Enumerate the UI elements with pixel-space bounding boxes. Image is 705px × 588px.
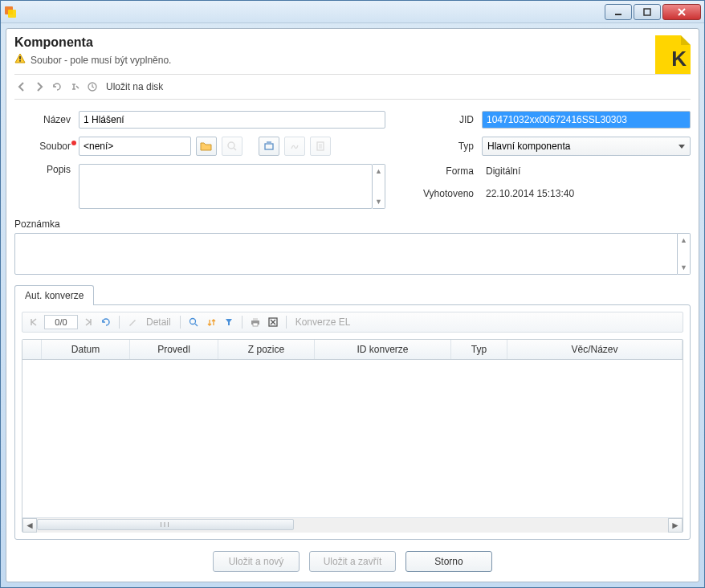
save-to-disk-button[interactable]: Uložit na disk (106, 81, 163, 92)
svg-rect-5 (19, 60, 21, 62)
next-icon[interactable] (32, 80, 47, 94)
first-page-icon[interactable] (26, 315, 41, 329)
soubor-label: Soubor (14, 141, 79, 152)
grid-search-icon[interactable] (186, 315, 201, 329)
print-icon[interactable] (248, 315, 263, 329)
warning-icon (14, 53, 26, 67)
forma-label: Forma (418, 165, 482, 177)
link-icon[interactable] (67, 80, 82, 94)
grid-toolbar: 0/0 Detail (22, 312, 683, 333)
svg-rect-14 (253, 323, 258, 326)
forma-value: Digitální (482, 164, 691, 178)
chevron-down-icon (679, 145, 685, 149)
svg-rect-2 (615, 14, 621, 15)
footer: Uložit a nový Uložit a zavřít Storno (14, 540, 691, 572)
col-typ[interactable]: Typ (451, 340, 507, 359)
soubor-input[interactable]: <není> (79, 137, 191, 156)
prev-icon[interactable] (14, 80, 29, 94)
sort-icon[interactable] (204, 315, 218, 329)
scroll-thumb[interactable]: III (37, 519, 294, 530)
client-area: Komponenta Soubor - pole musí být vyplně… (6, 28, 699, 582)
required-icon (71, 137, 77, 144)
scan-button[interactable] (259, 137, 279, 156)
tab-aut-konverze[interactable]: Aut. konverze (14, 285, 94, 305)
sign-button (284, 137, 305, 156)
svg-rect-4 (19, 56, 21, 59)
svg-point-8 (228, 142, 234, 149)
popis-scroll-down[interactable]: ▼ (373, 195, 385, 208)
svg-point-11 (189, 319, 195, 325)
app-icon (4, 6, 17, 18)
col-z-pozice[interactable]: Z pozice (218, 340, 315, 359)
grid-body (22, 360, 683, 517)
refresh-icon[interactable] (50, 80, 64, 94)
grid-refresh-icon[interactable] (99, 315, 113, 329)
clock-icon[interactable] (85, 80, 100, 94)
col-vec-nazev[interactable]: Věc/Název (507, 340, 683, 359)
vyhotoveno-label: Vyhotoveno (418, 188, 482, 199)
konverze-el-button: Konverze EL (295, 316, 351, 328)
svg-rect-13 (253, 318, 258, 321)
popis-textarea[interactable] (79, 164, 373, 209)
cancel-button[interactable]: Storno (405, 551, 492, 572)
scroll-right-icon[interactable]: ► (668, 518, 683, 533)
svg-rect-3 (644, 9, 650, 15)
nazev-input[interactable] (79, 111, 385, 129)
poznamka-scroll-down[interactable]: ▼ (678, 261, 690, 274)
page-title: Komponenta (14, 35, 171, 50)
browse-button[interactable] (196, 137, 217, 156)
grid-header: Datum Provedl Z pozice ID konverze Typ V… (22, 340, 683, 360)
svg-rect-1 (8, 10, 16, 18)
save-new-button: Uložit a nový (213, 551, 300, 572)
col-provedl[interactable]: Provedl (130, 340, 218, 359)
konverze-grid: Datum Provedl Z pozice ID konverze Typ V… (22, 339, 683, 533)
typ-select[interactable]: Hlavní komponenta (482, 137, 691, 156)
minimize-button[interactable] (605, 4, 632, 20)
search-file-button (222, 137, 242, 156)
main-toolbar: Uložit na disk (14, 74, 691, 100)
close-button[interactable] (662, 4, 701, 20)
grid-h-scrollbar[interactable]: ◄ III ► (22, 517, 683, 532)
col-id-konverze[interactable]: ID konverze (315, 340, 451, 359)
warning-text: Soubor - pole musí být vyplněno. (31, 55, 171, 66)
scroll-left-icon[interactable]: ◄ (22, 518, 37, 533)
last-page-icon[interactable] (81, 315, 96, 329)
popis-scroll-up[interactable]: ▲ (373, 165, 385, 178)
save-close-button: Uložit a zavřít (309, 551, 396, 572)
jid-input[interactable] (482, 111, 691, 129)
window: Komponenta Soubor - pole musí být vyplně… (0, 0, 705, 588)
poznamka-scroll-up[interactable]: ▲ (678, 234, 690, 247)
vyhotoveno-value: 22.10.2014 15:13:40 (482, 186, 691, 201)
titlebar (1, 1, 704, 23)
component-type-badge: K (655, 35, 691, 74)
jid-label: JID (418, 114, 482, 125)
detail-button: Detail (146, 316, 171, 328)
edit-icon (125, 315, 140, 329)
poznamka-textarea[interactable] (14, 233, 678, 275)
nazev-label: Název (14, 114, 79, 125)
col-datum[interactable]: Datum (42, 340, 130, 359)
filter-icon[interactable] (222, 315, 236, 329)
svg-point-7 (71, 141, 76, 145)
page-indicator: 0/0 (44, 315, 78, 329)
document-button (310, 137, 331, 156)
maximize-button[interactable] (634, 4, 661, 20)
export-icon[interactable] (266, 315, 280, 329)
poznamka-label v-label: Poznámka (14, 218, 691, 230)
validation-warning: Soubor - pole musí být vyplněno. (14, 53, 171, 67)
svg-rect-9 (265, 144, 273, 149)
badge-letter: K (671, 47, 687, 71)
typ-label: Typ (418, 141, 482, 152)
popis-label: Popis (14, 164, 79, 175)
